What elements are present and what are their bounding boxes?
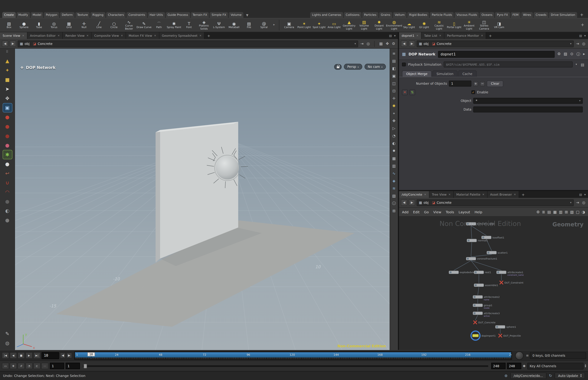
pane-tab-asset-browser[interactable]: Asset Browser× bbox=[487, 191, 519, 198]
shelf-tab-rigid-bodies[interactable]: Rigid Bodies bbox=[407, 12, 429, 18]
network-node-isooffset1[interactable]: isooffset1 bbox=[481, 236, 504, 239]
pane-tab-composite-view[interactable]: Composite View× bbox=[92, 32, 126, 39]
forward-button[interactable]: ▶ bbox=[409, 199, 415, 206]
new-shelf-tab-button[interactable]: + bbox=[578, 12, 586, 18]
viewport-layout-icon[interactable]: ▦ bbox=[379, 42, 383, 46]
menu-tools[interactable]: Tools bbox=[446, 210, 454, 214]
chevron-down-icon[interactable]: ▾ bbox=[579, 99, 581, 102]
shelf-tool-gi-light[interactable]: ✺GI Light bbox=[417, 21, 432, 29]
loop-mode-icon[interactable]: ↺ bbox=[18, 363, 25, 369]
param-tab-cache[interactable]: Cache bbox=[458, 70, 476, 77]
chevron-down-icon[interactable]: ▾ bbox=[570, 201, 571, 204]
shelf-tool-geometry-light[interactable]: ▲Geometry Light bbox=[342, 20, 357, 30]
realtime-toggle-icon[interactable]: ◔ bbox=[25, 363, 33, 369]
network-node-assemble1[interactable]: assemble1 bbox=[474, 284, 498, 287]
network-node-group1[interactable]: group1inside bbox=[473, 304, 492, 309]
curves-display-icon[interactable]: ∿ bbox=[392, 170, 395, 176]
shelf-tool-volume-light[interactable]: ▨Volume Light bbox=[357, 20, 372, 30]
breadcrumb-obj[interactable]: ▦obj bbox=[419, 42, 429, 46]
spinner-arrows[interactable]: ▲▼ bbox=[585, 364, 586, 368]
spinner-arrows[interactable]: ▲▼ bbox=[580, 374, 582, 378]
shelf-tool-spot-light[interactable]: ✦Spot Light bbox=[312, 21, 327, 29]
back-button[interactable]: ◀ bbox=[401, 40, 407, 47]
info-icon[interactable]: ⓘ bbox=[576, 52, 580, 57]
shelf-overflow-icon[interactable]: ▼ bbox=[244, 13, 250, 18]
forward-button[interactable]: ▶ bbox=[409, 40, 415, 47]
jump-to-start-button[interactable]: |◀ bbox=[2, 352, 9, 359]
playback-simulation-checkbox[interactable] bbox=[402, 63, 406, 66]
playback-start-field[interactable] bbox=[66, 363, 80, 369]
jump-to-end-button[interactable]: ▶| bbox=[33, 352, 40, 359]
network-node-attribcreate2[interactable]: attribcreate2name bbox=[473, 295, 499, 301]
chevron-down-icon[interactable]: ▾ bbox=[355, 42, 356, 45]
close-tab-icon[interactable]: × bbox=[154, 34, 156, 37]
shelf-tab-model[interactable]: Model bbox=[31, 12, 43, 18]
shelf-tool-camera[interactable]: ▣Camera bbox=[282, 21, 297, 29]
shelf-tab-fem[interactable]: FEM bbox=[511, 12, 520, 18]
exposure-icon[interactable]: ◔ bbox=[392, 133, 396, 139]
stop-button[interactable]: ■ bbox=[18, 352, 25, 359]
playback-speed-knob[interactable] bbox=[515, 351, 524, 360]
shelf-tab-grains[interactable]: Grains bbox=[379, 12, 392, 18]
shelf-tab-volume[interactable]: Volume bbox=[229, 12, 244, 18]
param-tab-simulation[interactable]: Simulation bbox=[432, 70, 457, 77]
shade-mode-icon[interactable]: ◐ bbox=[392, 140, 396, 147]
pane-tab-obj-concrete[interactable]: /obj/Concrete× bbox=[399, 191, 429, 198]
current-frame-field[interactable] bbox=[42, 352, 59, 359]
gear-icon[interactable]: ⚙ bbox=[557, 52, 561, 57]
chevron-down-icon[interactable]: ▾ bbox=[394, 34, 396, 37]
delete-entry-button[interactable]: ✕ bbox=[402, 89, 408, 95]
persp-view-button[interactable]: Persp▾ bbox=[344, 64, 362, 70]
close-tab-icon[interactable]: × bbox=[481, 34, 483, 37]
shelf-tool-curve-bezier[interactable]: ∿Curve Bezier bbox=[121, 20, 136, 30]
shelf-tab-crowds[interactable]: Crowds bbox=[534, 12, 548, 18]
follow-context-icon[interactable]: ◎ bbox=[581, 201, 586, 205]
move-tool-icon[interactable]: ✥ bbox=[3, 94, 12, 103]
paint-tool-icon[interactable]: ✦ bbox=[3, 66, 12, 75]
wind-tool-icon[interactable]: ● bbox=[3, 216, 12, 225]
tick-display-icon[interactable]: ⊏ bbox=[33, 363, 40, 369]
shelf-tool-caustic-light[interactable]: ≋Caustic Light bbox=[432, 20, 447, 30]
projectile-sphere[interactable] bbox=[216, 156, 239, 180]
add-pane-icon[interactable]: ⊞ bbox=[565, 210, 568, 214]
rbd-object-tool-icon[interactable]: ● bbox=[3, 113, 12, 121]
network-node-scatter1[interactable]: scatter1 bbox=[487, 251, 508, 254]
shelf-tab-pyro-fx[interactable]: Pyro FX bbox=[495, 12, 510, 18]
step-back-button[interactable]: ◀ bbox=[60, 353, 66, 358]
menu-view[interactable]: View bbox=[433, 210, 441, 214]
shelf-tool-point-light[interactable]: ✶Point Light bbox=[297, 21, 312, 29]
shelf-tab-wires[interactable]: Wires bbox=[521, 12, 533, 18]
pane-split-icon[interactable]: ▤ bbox=[579, 34, 582, 37]
shelf-tool-torus[interactable]: ◎Torus bbox=[46, 21, 61, 29]
layout-single-icon[interactable]: ▤ bbox=[392, 58, 396, 64]
secure-selection-toggle-icon[interactable]: ▣ bbox=[3, 103, 12, 112]
shelf-tool-spiral[interactable]: @Spiral bbox=[257, 21, 271, 29]
stereo-view-icon[interactable]: ◫ bbox=[392, 80, 396, 86]
network-node-attribcreate1[interactable]: attribcreate1constraint_name bbox=[496, 271, 524, 276]
pin-pane-icon[interactable]: ⇥ bbox=[360, 42, 364, 46]
pane-tab-tree-view[interactable]: Tree View× bbox=[429, 191, 454, 198]
shelf-tab-particles[interactable]: Particles bbox=[362, 12, 378, 18]
breadcrumb-obj[interactable]: ▦obj bbox=[20, 42, 30, 46]
pane-tab-performance-monitor[interactable]: Performance Monitor× bbox=[444, 32, 486, 39]
pane-tab-material-palette[interactable]: Material Palette× bbox=[454, 191, 487, 198]
shelf-tools-overflow-icon[interactable]: ▸ bbox=[271, 23, 277, 27]
pane-split-icon[interactable]: ▤ bbox=[579, 193, 582, 196]
playbar-menu-icon[interactable]: ⋯ bbox=[41, 363, 48, 369]
pane-split-icon[interactable]: ▤ bbox=[389, 34, 392, 37]
shelf-tab-polygon[interactable]: Polygon bbox=[44, 12, 59, 18]
edit-tool-icon[interactable]: ✎ bbox=[3, 329, 12, 338]
shelf-tab-constraints[interactable]: Constraints bbox=[127, 12, 147, 18]
shelf-tool-platonic-solids[interactable]: ◈Platonic Solids bbox=[196, 20, 211, 30]
close-tab-icon[interactable]: × bbox=[416, 34, 418, 37]
pin-pane-icon[interactable]: ⇥ bbox=[575, 42, 580, 46]
shelf-tab-characters[interactable]: Characters bbox=[106, 12, 126, 18]
layout-grid-icon[interactable]: ▦ bbox=[553, 210, 557, 214]
presets-icon[interactable]: ▨ bbox=[564, 52, 567, 57]
clear-button[interactable]: Clear bbox=[487, 80, 503, 87]
global-start-field[interactable] bbox=[50, 363, 64, 369]
shelf-tab-viscous-fluids[interactable]: Viscous Fluids bbox=[455, 12, 479, 18]
network-node-attribcreate3[interactable]: attribcreate3active bbox=[473, 312, 499, 317]
select-tool-icon[interactable]: ➤ bbox=[3, 85, 12, 93]
info-display-icon[interactable]: ⓘ bbox=[392, 200, 396, 206]
